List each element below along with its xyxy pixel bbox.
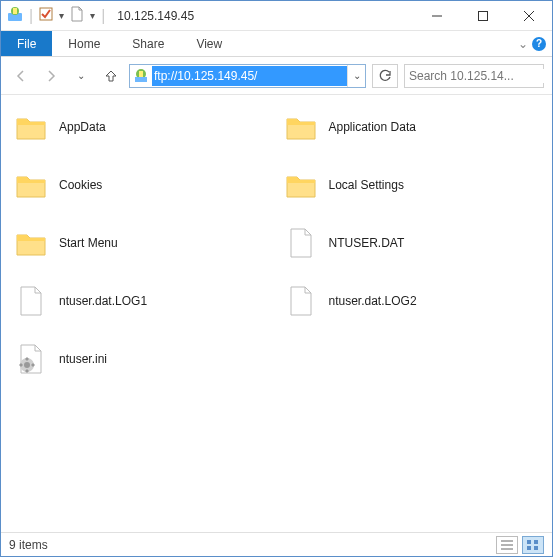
folder-icon [13, 167, 49, 203]
forward-button[interactable] [39, 63, 63, 89]
qat-dropdown2-icon[interactable]: ▾ [90, 10, 95, 21]
svg-rect-21 [534, 546, 538, 550]
folder-icon [13, 225, 49, 261]
tab-home[interactable]: Home [52, 31, 116, 56]
item-count: 9 items [9, 538, 48, 552]
file-icon [13, 283, 49, 319]
tab-view[interactable]: View [180, 31, 238, 56]
titlebar: | ▾ ▾ | 10.125.149.45 [1, 1, 552, 31]
minimize-button[interactable] [414, 1, 460, 31]
ribbon: File Home Share View ⌄ ? [1, 31, 552, 57]
address-input[interactable] [152, 66, 347, 86]
status-bar: 9 items [1, 532, 552, 556]
up-button[interactable] [99, 63, 123, 89]
address-dropdown-icon[interactable]: ⌄ [347, 65, 365, 87]
list-item[interactable]: ntuser.dat.LOG1 [13, 281, 271, 321]
qat-divider: | [29, 7, 33, 25]
list-item[interactable]: AppData [13, 107, 271, 147]
app-icon [7, 6, 23, 26]
view-details-button[interactable] [496, 536, 518, 554]
svg-rect-19 [534, 540, 538, 544]
list-item[interactable]: ntuser.ini [13, 339, 271, 379]
item-label: AppData [59, 120, 106, 134]
qat-dropdown-icon[interactable]: ▾ [59, 10, 64, 21]
svg-rect-5 [479, 11, 488, 20]
view-icons-button[interactable] [522, 536, 544, 554]
list-item[interactable]: ntuser.dat.LOG2 [283, 281, 541, 321]
list-item[interactable]: Start Menu [13, 223, 271, 263]
qat-checkbox-icon[interactable] [39, 7, 53, 25]
svg-rect-18 [527, 540, 531, 544]
list-item[interactable]: Application Data [283, 107, 541, 147]
address-favicon-icon [130, 68, 152, 84]
svg-rect-10 [139, 71, 143, 77]
folder-icon [283, 167, 319, 203]
item-label: Start Menu [59, 236, 118, 250]
folder-icon [283, 109, 319, 145]
svg-rect-9 [135, 77, 147, 82]
list-item[interactable]: Local Settings [283, 165, 541, 205]
tab-share[interactable]: Share [116, 31, 180, 56]
item-label: Local Settings [329, 178, 404, 192]
item-label: NTUSER.DAT [329, 236, 405, 250]
qat-divider: | [101, 7, 105, 25]
file-list: AppDataApplication DataCookiesLocal Sett… [1, 95, 552, 532]
svg-rect-2 [13, 8, 17, 14]
item-label: ntuser.dat.LOG2 [329, 294, 417, 308]
search-input[interactable] [409, 69, 553, 83]
close-button[interactable] [506, 1, 552, 31]
list-item[interactable]: Cookies [13, 165, 271, 205]
file-tab[interactable]: File [1, 31, 52, 56]
quick-access-toolbar: | ▾ ▾ | [7, 6, 109, 26]
window-title: 10.125.149.45 [117, 9, 194, 23]
list-item[interactable]: NTUSER.DAT [283, 223, 541, 263]
file-icon [283, 225, 319, 261]
navigation-bar: ⌄ ⌄ [1, 57, 552, 95]
back-button[interactable] [9, 63, 33, 89]
svg-rect-20 [527, 546, 531, 550]
file-icon [283, 283, 319, 319]
settings-file-icon [13, 341, 49, 377]
folder-icon [13, 109, 49, 145]
item-label: ntuser.ini [59, 352, 107, 366]
item-label: Application Data [329, 120, 416, 134]
item-label: Cookies [59, 178, 102, 192]
help-icon[interactable]: ? [532, 37, 546, 51]
ribbon-expand-icon[interactable]: ⌄ [518, 37, 528, 51]
maximize-button[interactable] [460, 1, 506, 31]
search-box[interactable] [404, 64, 544, 88]
refresh-button[interactable] [372, 64, 398, 88]
address-bar[interactable]: ⌄ [129, 64, 366, 88]
svg-point-14 [24, 362, 30, 368]
item-label: ntuser.dat.LOG1 [59, 294, 147, 308]
recent-button[interactable]: ⌄ [69, 63, 93, 89]
qat-file-icon[interactable] [70, 6, 84, 26]
